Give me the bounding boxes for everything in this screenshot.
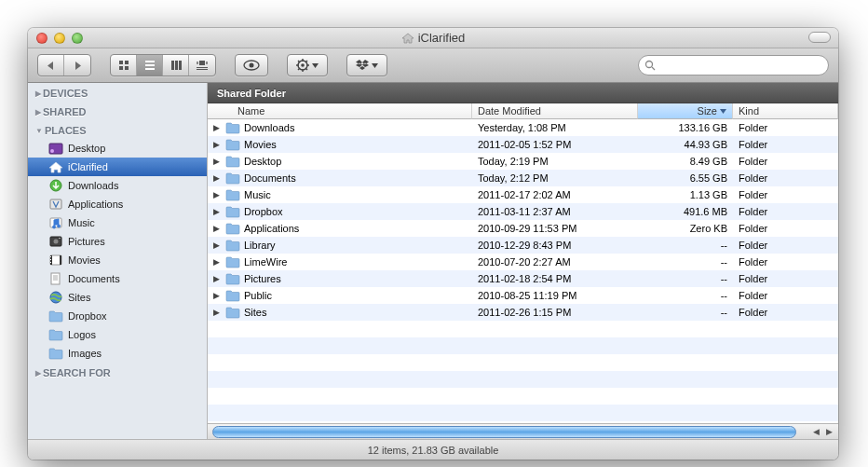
folder-icon bbox=[225, 290, 240, 302]
dropbox-icon bbox=[356, 60, 369, 71]
sidebar-item-images[interactable]: Images bbox=[28, 344, 207, 363]
scrollbar-thumb[interactable] bbox=[212, 426, 796, 438]
traffic-lights bbox=[28, 33, 83, 44]
sidebar-section-search for[interactable]: ▶SEARCH FOR bbox=[28, 363, 207, 381]
scroll-left-button[interactable]: ◀ bbox=[809, 425, 822, 438]
svg-point-16 bbox=[250, 63, 254, 68]
disclosure-triangle-icon[interactable]: ▶ bbox=[213, 291, 222, 300]
quicklook-segment bbox=[235, 54, 268, 76]
disclosure-triangle-icon[interactable]: ▶ bbox=[213, 123, 222, 132]
minimize-button[interactable] bbox=[54, 33, 65, 44]
window-title-text: iClarified bbox=[418, 31, 466, 45]
sidebar-item-music[interactable]: Music bbox=[28, 213, 207, 232]
sidebar-section-places[interactable]: ▼PLACES bbox=[28, 120, 207, 139]
file-row[interactable]: ▶Public2010-08-25 11:19 PM--Folder bbox=[208, 287, 838, 304]
file-date: 2011-02-17 2:02 AM bbox=[472, 189, 638, 200]
dropbox-button[interactable] bbox=[347, 55, 387, 76]
sidebar-item-downloads[interactable]: Downloads bbox=[28, 176, 207, 195]
horizontal-scrollbar[interactable]: ◀ ▶ bbox=[208, 423, 838, 439]
sidebar-section-devices[interactable]: ▶DEVICES bbox=[28, 83, 207, 102]
sidebar-item-sites[interactable]: Sites bbox=[28, 288, 207, 307]
file-row[interactable]: ▶LimeWire2010-07-20 2:27 AM--Folder bbox=[208, 254, 838, 270]
file-date: Today, 2:12 PM bbox=[472, 172, 638, 184]
column-view-button[interactable] bbox=[163, 55, 189, 76]
documents-icon bbox=[48, 271, 63, 286]
folder-icon bbox=[48, 327, 63, 342]
sidebar[interactable]: ▶DEVICES▶SHARED▼PLACESDesktopiClarifiedD… bbox=[28, 83, 208, 439]
action-segment bbox=[287, 54, 328, 76]
file-list[interactable]: ▶DownloadsYesterday, 1:08 PM133.16 GBFol… bbox=[208, 119, 838, 423]
file-row[interactable]: ▶DocumentsToday, 2:12 PM6.55 GBFolder bbox=[208, 170, 838, 186]
disclosure-triangle-icon: ▶ bbox=[35, 369, 41, 378]
column-kind[interactable]: Kind bbox=[733, 103, 838, 119]
file-size: -- bbox=[638, 307, 733, 318]
sidebar-item-movies[interactable]: Movies bbox=[28, 251, 207, 269]
sidebar-item-label: Pictures bbox=[68, 236, 105, 247]
disclosure-triangle-icon[interactable]: ▶ bbox=[213, 224, 222, 233]
disclosure-triangle-icon[interactable]: ▶ bbox=[213, 240, 222, 250]
titlebar[interactable]: iClarified bbox=[28, 28, 838, 48]
file-row[interactable]: ▶Pictures2011-02-18 2:54 PM--Folder bbox=[208, 270, 838, 287]
file-size: -- bbox=[638, 290, 733, 301]
sidebar-item-label: Documents bbox=[68, 273, 120, 284]
column-size[interactable]: Size bbox=[638, 103, 733, 119]
search-field[interactable] bbox=[638, 55, 829, 76]
search-input[interactable] bbox=[659, 60, 822, 71]
coverflow-view-button[interactable] bbox=[189, 55, 215, 76]
disclosure-triangle-icon[interactable]: ▶ bbox=[213, 274, 222, 283]
disclosure-triangle-icon[interactable]: ▶ bbox=[213, 207, 222, 216]
disclosure-triangle-icon: ▶ bbox=[35, 108, 41, 117]
empty-row bbox=[208, 371, 838, 388]
sidebar-item-label: Desktop bbox=[68, 143, 105, 154]
file-size: Zero KB bbox=[638, 223, 733, 234]
file-size: -- bbox=[638, 240, 733, 251]
svg-point-18 bbox=[301, 63, 305, 67]
disclosure-triangle-icon[interactable]: ▶ bbox=[213, 140, 222, 149]
file-name: Music bbox=[244, 189, 271, 200]
file-size: -- bbox=[638, 273, 733, 284]
disclosure-triangle-icon[interactable]: ▶ bbox=[213, 173, 222, 183]
quicklook-button[interactable] bbox=[236, 55, 267, 76]
folder-icon bbox=[225, 122, 240, 134]
column-name[interactable]: Name bbox=[208, 103, 472, 119]
disclosure-triangle-icon[interactable]: ▶ bbox=[213, 157, 222, 166]
svg-point-35 bbox=[54, 240, 59, 244]
sidebar-item-logos[interactable]: Logos bbox=[28, 325, 207, 344]
file-row[interactable]: ▶DownloadsYesterday, 1:08 PM133.16 GBFol… bbox=[208, 119, 838, 136]
file-row[interactable]: ▶Applications2010-09-29 11:53 PMZero KBF… bbox=[208, 220, 838, 237]
file-row[interactable]: ▶Movies2011-02-05 1:52 PM44.93 GBFolder bbox=[208, 136, 838, 153]
disclosure-triangle-icon[interactable]: ▶ bbox=[213, 308, 222, 317]
back-button[interactable] bbox=[38, 55, 64, 76]
sidebar-item-iclarified[interactable]: iClarified bbox=[28, 158, 207, 176]
forward-button[interactable] bbox=[64, 55, 90, 76]
file-row[interactable]: ▶Music2011-02-17 2:02 AM1.13 GBFolder bbox=[208, 186, 838, 203]
column-date[interactable]: Date Modified bbox=[472, 103, 638, 119]
sidebar-item-dropbox[interactable]: Dropbox bbox=[28, 307, 207, 325]
scroll-right-button[interactable]: ▶ bbox=[822, 425, 835, 438]
sidebar-item-pictures[interactable]: Pictures bbox=[28, 232, 207, 251]
file-row[interactable]: ▶DesktopToday, 2:19 PM8.49 GBFolder bbox=[208, 153, 838, 170]
file-size: 6.55 GB bbox=[638, 172, 733, 184]
sidebar-item-applications[interactable]: Applications bbox=[28, 195, 207, 213]
icon-view-button[interactable] bbox=[111, 55, 137, 76]
disclosure-triangle-icon[interactable]: ▶ bbox=[213, 190, 222, 199]
disclosure-triangle-icon[interactable]: ▶ bbox=[213, 257, 222, 267]
toolbar-toggle-button[interactable] bbox=[808, 32, 831, 43]
file-kind: Folder bbox=[733, 122, 838, 133]
folder-icon bbox=[225, 139, 240, 151]
sidebar-item-documents[interactable]: Documents bbox=[28, 269, 207, 288]
sidebar-item-desktop[interactable]: Desktop bbox=[28, 139, 207, 158]
file-kind: Folder bbox=[733, 139, 838, 150]
file-size: 44.93 GB bbox=[638, 139, 733, 150]
sidebar-item-label: iClarified bbox=[68, 161, 108, 172]
svg-rect-11 bbox=[197, 62, 198, 64]
file-row[interactable]: ▶Sites2011-02-26 1:15 PM--Folder bbox=[208, 304, 838, 321]
zoom-button[interactable] bbox=[72, 33, 83, 44]
action-button[interactable] bbox=[288, 55, 327, 76]
close-button[interactable] bbox=[36, 33, 47, 44]
file-row[interactable]: ▶Dropbox2011-03-11 2:37 AM491.6 MBFolder bbox=[208, 203, 838, 220]
list-view-button[interactable] bbox=[137, 55, 163, 76]
sidebar-section-shared[interactable]: ▶SHARED bbox=[28, 102, 207, 120]
column-size-label: Size bbox=[698, 105, 717, 117]
file-row[interactable]: ▶Library2010-12-29 8:43 PM--Folder bbox=[208, 237, 838, 254]
